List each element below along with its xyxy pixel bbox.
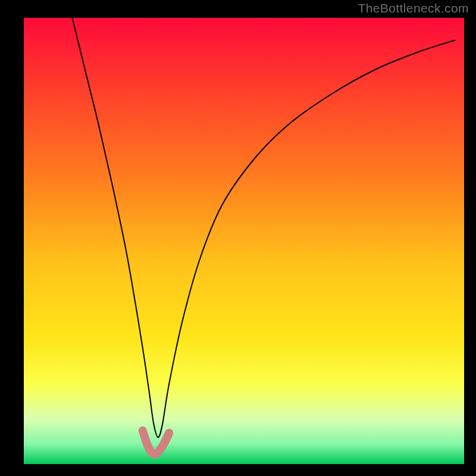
gradient-panel bbox=[24, 18, 464, 464]
chart-stage: TheBottleneck.com bbox=[0, 0, 476, 476]
bottleneck-chart bbox=[0, 0, 476, 476]
